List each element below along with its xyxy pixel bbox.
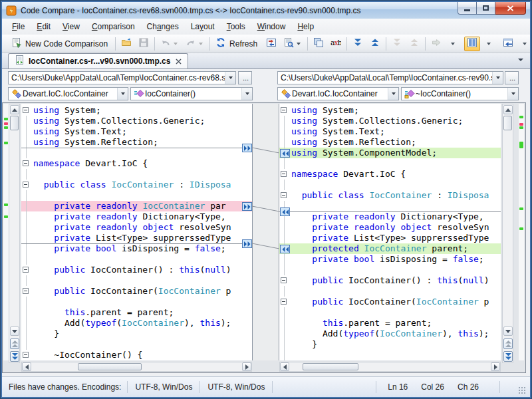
resize-grip[interactable] xyxy=(518,386,527,395)
left-member-combo[interactable]: IocContainer() xyxy=(130,87,253,100)
code-line[interactable]: protected IocContainer parent; xyxy=(279,243,501,254)
code-line[interactable]: public class IocContainer : IDisposa xyxy=(21,180,252,190)
dropdown-arrow-icon[interactable] xyxy=(225,72,235,84)
right-file-path-combo[interactable]: C:\Users\Duke\AppData\Local\Temp\IocCont… xyxy=(277,71,503,84)
layout-options-button[interactable] xyxy=(481,37,495,51)
scroll-up-button[interactable] xyxy=(10,105,19,114)
dropdown-arrow-icon[interactable] xyxy=(297,43,301,47)
code-line[interactable] xyxy=(279,158,501,169)
code-line[interactable] xyxy=(21,190,252,201)
scroll-up-button[interactable] xyxy=(503,105,513,114)
code-line[interactable]: using System.Collections.Generic; xyxy=(279,116,501,126)
compare-files-button[interactable] xyxy=(263,37,279,51)
copy-to-right-button[interactable] xyxy=(242,144,252,152)
right-type-combo[interactable]: Devart.IoC.IocContainer xyxy=(277,87,399,100)
structure-comparison-button[interactable] xyxy=(311,37,327,51)
previous-conflict-button[interactable] xyxy=(406,37,422,51)
code-line[interactable]: this.parent = parent; xyxy=(279,318,501,329)
scroll-thumb[interactable] xyxy=(503,116,512,130)
save-button[interactable] xyxy=(136,37,152,51)
dropdown-arrow-icon[interactable] xyxy=(199,43,203,47)
close-button[interactable] xyxy=(495,2,526,15)
open-comparison-button[interactable] xyxy=(118,37,134,51)
code-line[interactable]: public class IocContainer : IDisposa xyxy=(279,190,501,201)
code-line[interactable] xyxy=(279,180,501,190)
copy-to-right-button[interactable] xyxy=(242,239,252,248)
scroll-right-button[interactable] xyxy=(491,362,500,371)
scroll-thumb[interactable] xyxy=(10,116,19,130)
code-line[interactable]: using System.ComponentModel; xyxy=(279,148,501,158)
right-horizontal-scrollbar[interactable] xyxy=(279,362,501,372)
copy-to-right-button[interactable] xyxy=(242,202,252,211)
code-line[interactable]: using System.Collections.Generic; xyxy=(21,116,252,126)
redo-button[interactable] xyxy=(183,37,207,51)
fold-collapse-icon[interactable] xyxy=(279,190,289,201)
code-line[interactable]: private readonly IocContainer par xyxy=(21,201,252,211)
previous-change-button[interactable] xyxy=(10,338,19,349)
comparison-report-button[interactable] xyxy=(281,37,305,51)
fold-collapse-icon[interactable] xyxy=(21,158,31,169)
scroll-left-button[interactable] xyxy=(22,362,31,371)
side-by-side-view-button[interactable] xyxy=(464,37,480,51)
maximize-button[interactable] xyxy=(477,2,495,15)
fold-collapse-icon[interactable] xyxy=(21,350,31,360)
fold-collapse-icon[interactable] xyxy=(21,265,31,275)
fold-collapse-icon[interactable] xyxy=(21,286,31,297)
copy-to-left-button[interactable] xyxy=(280,207,290,216)
refresh-button[interactable]: Refresh xyxy=(213,37,262,51)
code-line[interactable]: this.parent = parent; xyxy=(21,307,252,318)
code-line[interactable]: using System.Text; xyxy=(21,126,252,137)
right-member-combo[interactable]: ~IocContainer() xyxy=(401,87,519,100)
code-line[interactable] xyxy=(21,339,252,350)
right-browse-button[interactable]: ... xyxy=(505,71,519,84)
minimize-button[interactable] xyxy=(458,2,477,15)
left-horizontal-scrollbar[interactable] xyxy=(21,362,252,372)
scroll-left-button[interactable] xyxy=(280,362,289,371)
scroll-down-button[interactable] xyxy=(10,327,19,336)
view-options-button[interactable] xyxy=(517,37,531,51)
next-difference-button[interactable] xyxy=(350,37,366,51)
fold-collapse-icon[interactable] xyxy=(21,180,31,190)
copy-to-left-button[interactable] xyxy=(280,245,290,253)
code-line[interactable] xyxy=(279,307,501,318)
code-line[interactable] xyxy=(279,201,501,211)
dropdown-arrow-icon[interactable] xyxy=(117,88,128,100)
code-line[interactable]: ~IocContainer() { xyxy=(21,350,252,360)
previous-difference-button[interactable] xyxy=(367,37,383,51)
left-vertical-scrollbar[interactable] xyxy=(9,104,20,363)
code-line[interactable]: namespace Devart.IoC { xyxy=(279,169,501,180)
code-line[interactable]: private readonly Dictionary<Type, xyxy=(21,211,252,222)
code-line[interactable]: namespace Devart.IoC { xyxy=(21,158,252,169)
code-line[interactable]: using System.Reflection; xyxy=(279,137,501,148)
code-line[interactable]: public IocContainer() : this(null) xyxy=(21,265,252,275)
left-browse-button[interactable]: ... xyxy=(238,71,252,84)
fold-collapse-icon[interactable] xyxy=(279,105,289,116)
code-line[interactable]: } xyxy=(279,339,501,350)
previous-change-button[interactable] xyxy=(503,338,513,349)
code-line[interactable] xyxy=(21,148,252,158)
dropdown-arrow-icon[interactable] xyxy=(174,43,178,47)
right-vertical-scrollbar[interactable] xyxy=(502,104,513,363)
code-line[interactable]: using System.Text; xyxy=(279,126,501,137)
code-line[interactable]: private bool isDisposing = false; xyxy=(21,243,252,254)
code-line[interactable]: private readonly Dictionary<Type, xyxy=(279,211,501,222)
scroll-thumb[interactable] xyxy=(78,363,142,370)
code-line[interactable]: Add(typeof(IocContainer), this); xyxy=(21,318,252,329)
dropdown-arrow-icon[interactable] xyxy=(487,43,491,47)
menu-view[interactable]: View xyxy=(57,20,86,33)
left-editor-pane[interactable]: using System;using System.Collections.Ge… xyxy=(21,104,252,360)
code-line[interactable]: private List<Type> supprerssedType xyxy=(21,233,252,243)
next-change-button[interactable] xyxy=(503,351,513,362)
left-type-combo[interactable]: Devart.IoC.IocContainer xyxy=(8,87,128,100)
new-code-comparison-button[interactable]: New Code Comparison xyxy=(9,37,112,51)
word-level-comparison-button[interactable]: axb xyxy=(328,37,344,51)
fold-collapse-icon[interactable] xyxy=(279,275,289,286)
tab-list-dropdown-icon[interactable] xyxy=(518,59,523,64)
code-line[interactable]: public IocContainer(IocContainer p xyxy=(21,286,252,297)
dropdown-arrow-icon[interactable] xyxy=(241,88,252,100)
code-line[interactable]: private List<Type> supprerssedType xyxy=(279,233,501,243)
menu-window[interactable]: Window xyxy=(251,20,292,33)
right-editor-pane[interactable]: using System;using System.Collections.Ge… xyxy=(279,104,501,360)
code-line[interactable]: public IocContainer(IocContainer p xyxy=(279,297,501,307)
code-line[interactable]: private bool isDisposing = false; xyxy=(279,254,501,265)
